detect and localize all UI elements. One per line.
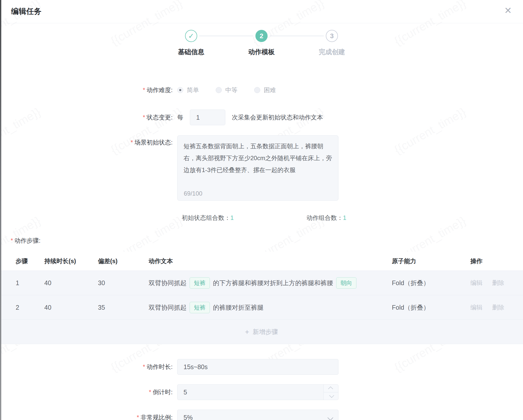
countdown-label: *倒计时: — [0, 388, 177, 396]
orientation-tag: 朝向 — [336, 277, 356, 289]
header-step: 步骤 — [0, 257, 44, 265]
required-asterisk: * — [11, 237, 13, 244]
dialog-header: 编辑任务 ✕ — [0, 0, 523, 23]
delete-button[interactable]: 删除 — [492, 279, 504, 287]
number-spinner — [324, 385, 338, 400]
table-header-row: 步骤 持续时长(s) 偏差(s) 动作文本 原子能力 操作 — [0, 252, 523, 271]
header-atomic-ability: 原子能力 — [392, 257, 470, 265]
step-number: 3 — [326, 30, 338, 42]
action-combo-value: 1 — [343, 214, 346, 221]
difficulty-label: *动作难度: — [0, 86, 177, 94]
radio-easy[interactable]: 简单 — [177, 86, 199, 94]
action-duration-row: *动作时长: — [0, 359, 523, 375]
chevron-down-icon — [329, 393, 334, 398]
countdown-input[interactable] — [177, 384, 338, 400]
cell-action-text: 双臂协同抓起 短裤 的下方裤腿和裤腰对折到上方的裤腿和裤腰 朝向 — [149, 277, 392, 289]
initial-state-row: *场景初始状态: 短裤五条数据背面朝上，五条数据正面朝上，裤腰朝右，离头部视野下… — [0, 135, 523, 202]
initial-combo-count: 初始状态组合数：1 — [182, 214, 234, 222]
step-number: 2 — [255, 30, 268, 42]
initial-state-box: 短裤五条数据背面朝上，五条数据正面朝上，裤腰朝右，离头部视野下方至少20cm之外… — [177, 135, 338, 202]
cell-duration: 40 — [44, 279, 98, 287]
delete-button[interactable]: 删除 — [492, 303, 504, 311]
action-text-part: 的裤腰对折至裤腿 — [213, 303, 264, 312]
cell-deviation: 35 — [98, 304, 149, 311]
unusual-ratio-select[interactable]: 5% — [177, 410, 338, 420]
difficulty-radio-group: 简单 中等 困难 — [177, 86, 276, 94]
radio-circle[interactable] — [254, 87, 260, 93]
stepper-line-1 — [199, 36, 253, 36]
cell-duration: 40 — [44, 304, 98, 311]
header-deviation: 偏差(s) — [98, 257, 149, 265]
radio-label: 简单 — [187, 86, 199, 94]
add-step-label: 新增步骤 — [253, 328, 278, 336]
header-duration: 持续时长(s) — [44, 257, 98, 265]
close-icon[interactable]: ✕ — [504, 6, 512, 15]
object-tag: 短裤 — [190, 302, 210, 313]
stepper-step-finish: 3 完成创建 — [297, 30, 367, 56]
table-row: 2 40 35 双臂协同抓起 短裤 的裤腰对折至裤腿 Fold（折叠） 编辑 删… — [0, 295, 523, 320]
edit-button[interactable]: 编辑 — [470, 303, 482, 311]
cell-deviation: 30 — [98, 279, 149, 287]
unusual-ratio-label: *非常规比例: — [0, 413, 177, 420]
increase-button[interactable] — [324, 385, 338, 392]
stepper-step-action-template: 2 动作模板 — [226, 30, 297, 56]
stepper-step-label: 完成创建 — [319, 48, 345, 56]
action-text-part: 的下方裤腿和裤腰对折到上方的裤腿和裤腰 — [213, 279, 333, 287]
stepper-step-label: 基础信息 — [178, 48, 204, 56]
cell-operations: 编辑 删除 — [470, 279, 523, 287]
add-step-button[interactable]: + 新增步骤 — [0, 320, 523, 344]
action-steps-label-row: * 动作步骤: — [0, 237, 523, 245]
required-asterisk: * — [149, 389, 151, 395]
cell-atomic-ability: Fold（折叠） — [392, 303, 470, 312]
radio-label: 困难 — [264, 86, 276, 94]
required-asterisk: * — [143, 363, 145, 370]
initial-state-label: *场景初始状态: — [0, 135, 177, 146]
state-change-label: *状态变更: — [0, 113, 177, 121]
stepper: ✓ 基础信息 2 动作模板 3 完成创建 — [156, 23, 367, 56]
action-steps-label: 动作步骤: — [14, 237, 41, 245]
cell-step: 1 — [0, 279, 44, 287]
header-action-text: 动作文本 — [149, 257, 392, 265]
action-steps-table: 步骤 持续时长(s) 偏差(s) 动作文本 原子能力 操作 1 40 30 双臂… — [0, 252, 523, 344]
radio-circle[interactable] — [216, 87, 222, 93]
required-asterisk: * — [131, 139, 133, 146]
dialog-title: 编辑任务 — [11, 6, 42, 17]
cell-step: 2 — [0, 304, 44, 311]
state-change-suffix: 次采集会更新初始状态和动作文本 — [232, 113, 323, 121]
required-asterisk: * — [143, 114, 145, 121]
object-tag: 短裤 — [190, 277, 210, 289]
stepper-line-2 — [270, 36, 324, 36]
initial-combo-value: 1 — [230, 214, 234, 221]
required-asterisk: * — [143, 87, 145, 93]
stepper-step-basic-info: ✓ 基础信息 — [156, 30, 226, 56]
radio-medium[interactable]: 中等 — [216, 86, 237, 94]
select-value[interactable]: 5% — [177, 410, 338, 420]
cell-atomic-ability: Fold（折叠） — [392, 279, 470, 287]
state-change-row: *状态变更: 每 次采集会更新初始状态和动作文本 — [0, 110, 523, 125]
check-icon: ✓ — [185, 30, 197, 42]
required-asterisk: * — [137, 414, 139, 420]
action-duration-input[interactable] — [177, 359, 338, 375]
combo-counts-row: 初始状态组合数：1 动作组合数：1 — [0, 214, 523, 222]
cell-operations: 编辑 删除 — [470, 303, 523, 311]
edit-button[interactable]: 编辑 — [470, 279, 482, 287]
decrease-button[interactable] — [324, 392, 338, 400]
radio-circle-checked[interactable] — [177, 87, 183, 93]
action-duration-label: *动作时长: — [0, 363, 177, 371]
action-text-part: 双臂协同抓起 — [149, 303, 187, 312]
state-change-input[interactable] — [190, 110, 225, 125]
chevron-up-icon — [328, 386, 333, 391]
plus-icon: + — [245, 328, 249, 336]
header-operations: 操作 — [470, 257, 523, 265]
action-text-part: 双臂协同抓起 — [149, 279, 187, 287]
page-edge-strip — [0, 0, 1, 420]
action-combo-count: 动作组合数：1 — [307, 214, 346, 222]
difficulty-row: *动作难度: 简单 中等 困难 — [0, 85, 523, 95]
radio-label: 中等 — [225, 86, 237, 94]
char-counter: 69/100 — [184, 190, 202, 197]
unusual-ratio-row: *非常规比例: 5% — [0, 410, 523, 420]
stepper-step-label: 动作模板 — [248, 48, 275, 56]
state-change-prefix: 每 — [177, 113, 183, 121]
countdown-number-input — [177, 384, 338, 400]
radio-hard[interactable]: 困难 — [254, 86, 276, 94]
